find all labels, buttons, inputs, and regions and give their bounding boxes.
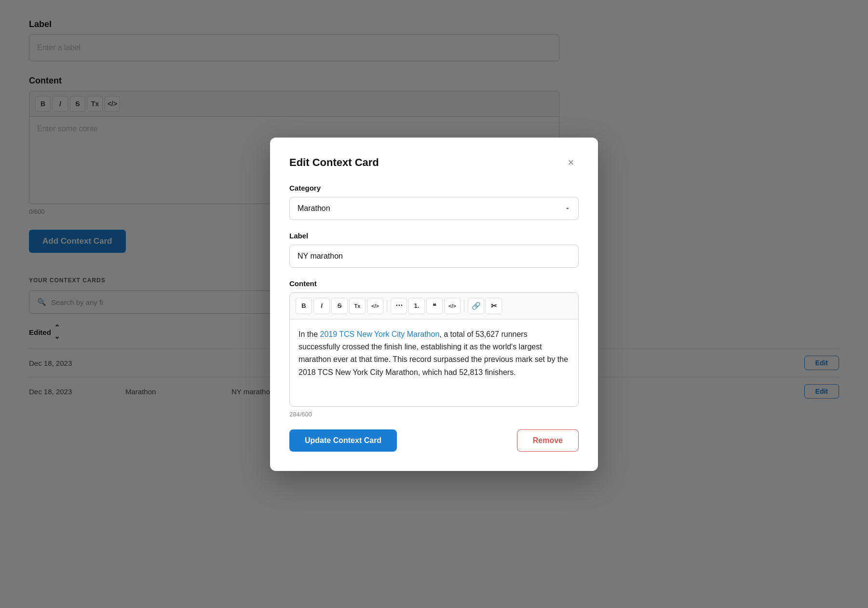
blockquote-btn[interactable]: ❝ (426, 298, 443, 314)
bold-btn[interactable]: B (296, 298, 312, 314)
category-select[interactable]: Marathon Running Sports Events (289, 197, 579, 220)
toolbar-separator-1 (387, 300, 387, 312)
update-context-card-button[interactable]: Update Context Card (289, 429, 397, 452)
edit-context-card-modal: Edit Context Card × Category Marathon Ru… (270, 138, 598, 471)
bullet-list-btn[interactable]: ⋅⋅⋅ (391, 298, 407, 314)
modal-close-button[interactable]: × (563, 155, 579, 170)
link-btn[interactable]: 🔗 (468, 298, 484, 314)
modal-title: Edit Context Card (289, 156, 379, 169)
content-label: Content (289, 279, 579, 288)
category-select-wrapper: Marathon Running Sports Events (289, 197, 579, 220)
unlink-btn[interactable]: ✂ (486, 298, 502, 314)
content-toolbar: B I S Tx </> ⋅⋅⋅ 1. ❝ </> 🔗 ✂ (290, 293, 578, 319)
clear-format-btn[interactable]: Tx (349, 298, 366, 314)
modal-overlay: Edit Context Card × Category Marathon Ru… (0, 0, 868, 608)
toolbar-separator-2 (464, 300, 464, 312)
label-input[interactable] (289, 245, 579, 268)
label-field-label: Label (289, 232, 579, 240)
char-count: 284/600 (289, 411, 579, 418)
remove-button[interactable]: Remove (517, 429, 579, 452)
italic-btn[interactable]: I (313, 298, 330, 314)
content-editor-container: B I S Tx </> ⋅⋅⋅ 1. ❝ </> 🔗 ✂ (289, 292, 579, 407)
html-btn[interactable]: </> (444, 298, 461, 314)
label-field-group: Label (289, 232, 579, 268)
modal-footer: Update Context Card Remove (289, 429, 579, 452)
modal-header: Edit Context Card × (289, 155, 579, 170)
content-field-group: Content B I S Tx </> ⋅⋅⋅ 1. ❝ </> (289, 279, 579, 418)
content-link[interactable]: 2019 TCS New York City Marathon (320, 330, 439, 338)
category-field-group: Category Marathon Running Sports Events (289, 184, 579, 220)
content-editor-area[interactable]: In the 2019 TCS New York City Marathon, … (290, 319, 578, 406)
code-btn[interactable]: </> (367, 298, 383, 314)
strikethrough-btn[interactable]: S (331, 298, 348, 314)
ordered-list-btn[interactable]: 1. (408, 298, 425, 314)
category-label: Category (289, 184, 579, 192)
